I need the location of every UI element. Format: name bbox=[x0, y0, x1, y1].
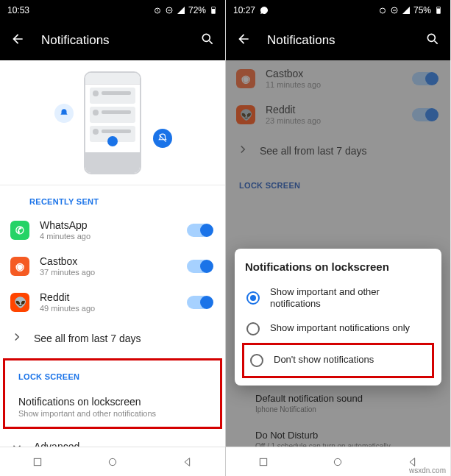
app-name: WhatsApp bbox=[40, 219, 177, 231]
app-sub: 49 minutes ago bbox=[40, 304, 177, 313]
alarm-icon bbox=[378, 6, 387, 15]
toggle-whatsapp[interactable] bbox=[187, 224, 212, 237]
navigation-bar bbox=[0, 447, 225, 476]
svg-rect-5 bbox=[34, 458, 40, 465]
status-bar: 10:27 75% bbox=[226, 0, 450, 21]
dnd-icon bbox=[390, 6, 399, 15]
app-name: Reddit bbox=[40, 291, 177, 303]
app-row-whatsapp[interactable]: ✆ WhatsApp 4 minutes ago bbox=[0, 212, 225, 248]
whatsapp-icon: ✆ bbox=[10, 221, 29, 240]
status-time: 10:53 bbox=[7, 5, 29, 15]
svg-point-4 bbox=[202, 34, 210, 41]
svg-point-6 bbox=[109, 458, 116, 465]
battery-icon bbox=[434, 6, 443, 15]
search-icon[interactable] bbox=[425, 32, 440, 49]
search-icon[interactable] bbox=[200, 32, 215, 49]
section-lock-screen: LOCK SCREEN bbox=[5, 360, 220, 387]
castbox-icon: ◉ bbox=[10, 257, 29, 276]
app-row-reddit[interactable]: 👽 Reddit 49 minutes ago bbox=[0, 284, 225, 320]
dialog-title: Notifications on lockscreen bbox=[245, 260, 431, 273]
illustration bbox=[0, 60, 225, 185]
advanced-row[interactable]: Advanced Hide silent notifications in st… bbox=[0, 430, 225, 447]
radio-option-dont-show[interactable]: Don't show notifications bbox=[249, 348, 427, 373]
status-bar: 10:53 72% bbox=[0, 0, 225, 21]
radio-icon bbox=[246, 322, 260, 335]
back-icon[interactable] bbox=[236, 32, 251, 49]
app-sub: 37 minutes ago bbox=[40, 268, 177, 277]
svg-rect-12 bbox=[260, 458, 266, 465]
svg-rect-3 bbox=[212, 9, 215, 13]
svg-point-13 bbox=[335, 458, 341, 465]
alarm-icon bbox=[153, 6, 162, 15]
highlight-box: Don't show notifications bbox=[242, 343, 434, 378]
signal-icon bbox=[177, 6, 185, 15]
nav-recent-icon[interactable] bbox=[32, 456, 43, 468]
page-title: Notifications bbox=[41, 33, 184, 48]
radio-icon bbox=[246, 291, 260, 305]
chevron-right-icon bbox=[10, 330, 24, 347]
nav-back-icon[interactable] bbox=[182, 456, 193, 468]
status-icons: 72% bbox=[153, 5, 218, 15]
lockscreen-notifications-row[interactable]: Notifications on lockscreen Show importa… bbox=[5, 387, 220, 427]
app-bar: Notifications bbox=[226, 21, 450, 60]
svg-point-7 bbox=[380, 8, 385, 13]
radio-icon bbox=[250, 354, 263, 367]
app-sub: 4 minutes ago bbox=[40, 232, 177, 241]
section-recently-sent: RECENTLY SENT bbox=[0, 185, 225, 212]
reddit-icon: 👽 bbox=[10, 293, 29, 312]
battery-text: 75% bbox=[413, 5, 431, 15]
page-title: Notifications bbox=[267, 33, 409, 48]
signal-icon bbox=[402, 6, 411, 15]
lockscreen-dialog: Notifications on lockscreen Show importa… bbox=[235, 249, 441, 386]
app-name: Castbox bbox=[40, 255, 177, 267]
svg-rect-10 bbox=[437, 9, 440, 14]
radio-option-important-only[interactable]: Show important notifications only bbox=[245, 316, 431, 341]
whatsapp-status-icon bbox=[260, 6, 269, 15]
status-time: 10:27 bbox=[233, 5, 255, 15]
watermark: wsxdn.com bbox=[409, 466, 446, 475]
battery-text: 72% bbox=[188, 5, 206, 15]
app-bar: Notifications bbox=[0, 21, 225, 60]
svg-point-11 bbox=[427, 34, 435, 41]
highlight-box: LOCK SCREEN Notifications on lockscreen … bbox=[3, 358, 222, 429]
back-icon[interactable] bbox=[10, 32, 25, 49]
toggle-reddit[interactable] bbox=[187, 296, 212, 309]
nav-home-icon[interactable] bbox=[332, 456, 344, 468]
bell-off-icon bbox=[153, 129, 172, 148]
status-icons: 75% bbox=[378, 5, 443, 15]
dnd-icon bbox=[165, 6, 174, 15]
app-row-castbox[interactable]: ◉ Castbox 37 minutes ago bbox=[0, 248, 225, 284]
chevron-down-icon bbox=[10, 441, 24, 447]
see-all-link[interactable]: See all from last 7 days bbox=[0, 320, 225, 357]
radio-option-show-all[interactable]: Show important and other notifications bbox=[245, 280, 431, 316]
nav-home-icon[interactable] bbox=[107, 456, 118, 468]
battery-icon bbox=[209, 6, 218, 15]
bell-icon bbox=[54, 104, 74, 123]
nav-recent-icon[interactable] bbox=[258, 456, 269, 468]
toggle-castbox[interactable] bbox=[187, 260, 212, 273]
